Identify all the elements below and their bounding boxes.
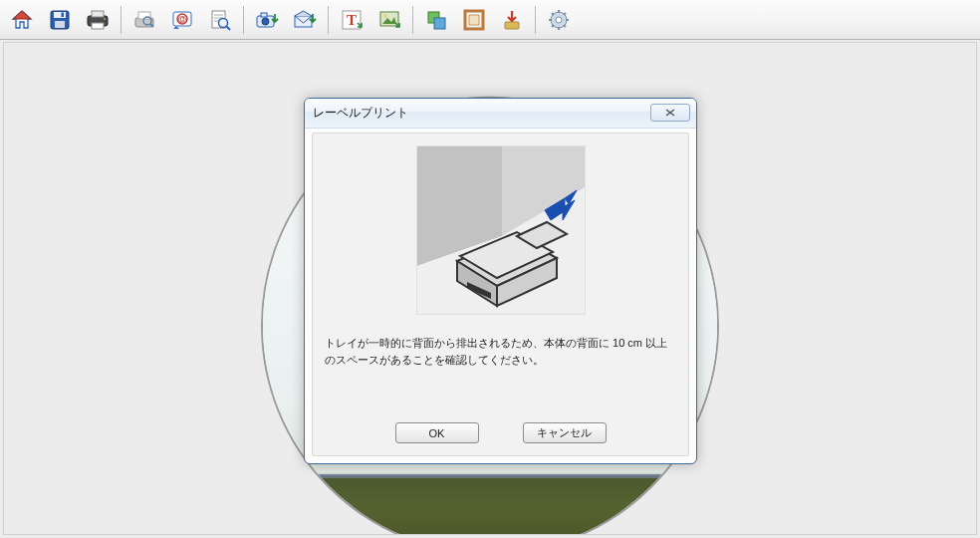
settings-gear-icon	[547, 8, 571, 32]
envelope-import-button[interactable]	[287, 3, 323, 37]
text-insert-icon: T	[340, 8, 364, 32]
image-insert-icon	[377, 8, 401, 32]
toolbar-separator	[243, 6, 244, 34]
svg-point-24	[262, 18, 269, 25]
print-button[interactable]	[80, 3, 116, 37]
zoom-page-icon	[208, 8, 232, 32]
svg-rect-4	[55, 21, 65, 28]
svg-line-45	[552, 25, 554, 27]
save-button[interactable]	[42, 3, 78, 37]
envelope-import-icon	[292, 8, 318, 32]
toolbar-separator	[121, 6, 122, 34]
svg-rect-7	[92, 11, 104, 17]
svg-line-46	[564, 13, 566, 15]
main-toolbar: @ T	[0, 0, 980, 40]
disc-ground	[263, 477, 717, 535]
close-icon	[664, 108, 676, 118]
svg-rect-5	[62, 12, 65, 17]
svg-point-31	[383, 14, 387, 18]
print-preview-icon	[132, 8, 156, 32]
svg-line-22	[227, 26, 231, 30]
dialog-title: レーベルプリント	[313, 105, 408, 122]
svg-rect-25	[261, 13, 267, 17]
svg-text:@: @	[178, 14, 187, 24]
text-insert-button[interactable]: T	[334, 3, 369, 37]
dialog-titlebar[interactable]: レーベルプリント	[305, 99, 696, 129]
svg-marker-1	[13, 11, 31, 19]
cancel-button[interactable]: キャンセル	[523, 422, 607, 443]
home-icon	[10, 8, 34, 32]
dialog-close-button[interactable]	[650, 104, 690, 122]
ok-button[interactable]: OK	[395, 422, 479, 443]
email-icon: @	[170, 8, 194, 32]
svg-text:T: T	[347, 12, 357, 28]
printer-clearance-icon	[417, 146, 586, 315]
svg-line-43	[552, 13, 554, 15]
print-icon	[85, 8, 111, 32]
frame-button[interactable]	[456, 3, 492, 37]
dialog-button-row: OK キャンセル	[313, 422, 688, 443]
dialog-illustration	[416, 145, 586, 315]
svg-point-21	[219, 18, 228, 27]
dialog-body: トレイが一時的に背面から排出されるため、本体の背面に 10 cm 以上のスペース…	[312, 133, 689, 456]
home-button[interactable]	[4, 3, 40, 37]
frame-icon	[462, 8, 486, 32]
label-print-dialog: レーベルプリント	[304, 98, 697, 464]
download-icon	[500, 8, 524, 32]
svg-point-38	[556, 17, 562, 23]
download-button[interactable]	[494, 3, 530, 37]
svg-rect-33	[434, 18, 445, 29]
svg-rect-3	[54, 12, 66, 18]
svg-rect-8	[92, 23, 104, 29]
dialog-message: トレイが一時的に背面から排出されるため、本体の背面に 10 cm 以上のスペース…	[325, 335, 676, 368]
settings-button[interactable]	[541, 3, 577, 37]
shapes-icon	[424, 8, 448, 32]
image-insert-button[interactable]	[371, 3, 407, 37]
zoom-page-button[interactable]	[202, 3, 238, 37]
toolbar-separator	[412, 6, 413, 34]
svg-point-9	[104, 18, 106, 20]
camera-import-icon	[254, 8, 280, 32]
toolbar-separator	[535, 6, 536, 34]
svg-rect-35	[469, 15, 479, 25]
save-icon	[48, 8, 72, 32]
print-preview-button[interactable]	[126, 3, 162, 37]
camera-import-button[interactable]	[249, 3, 285, 37]
shapes-button[interactable]	[418, 3, 454, 37]
email-button[interactable]: @	[164, 3, 200, 37]
svg-rect-36	[505, 22, 519, 29]
toolbar-separator	[328, 6, 329, 34]
svg-line-44	[564, 25, 566, 27]
